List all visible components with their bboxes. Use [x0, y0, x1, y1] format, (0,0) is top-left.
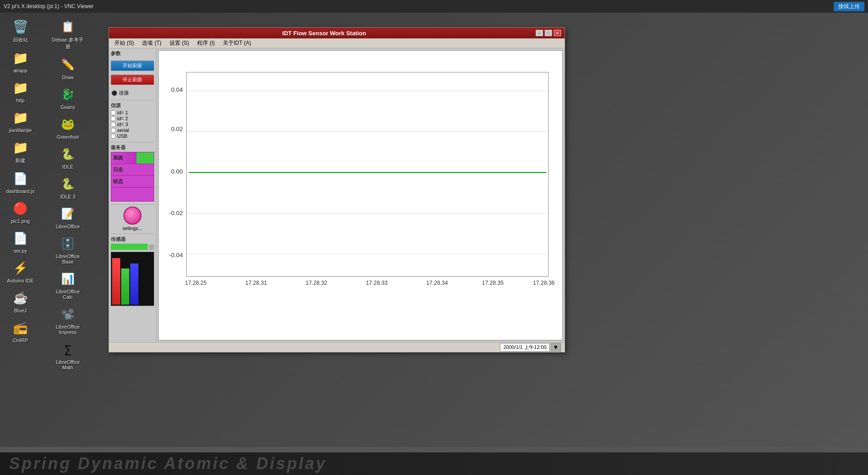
menu-start[interactable]: 开始 (S): [111, 38, 137, 48]
jianlilianjie-icon: 📁: [11, 108, 29, 127]
source-id3-checkbox[interactable]: [111, 122, 116, 127]
horizontal-scrollbar[interactable]: [0, 447, 868, 452]
desktop-icon-dashboard[interactable]: 📄 dashboard.js: [2, 168, 38, 196]
x-label-17-28-32: 17.28.32: [306, 280, 327, 286]
sensor-label: 传感器: [111, 236, 154, 243]
close-button[interactable]: ✕: [554, 30, 561, 36]
idle-icon: 🐍: [59, 145, 77, 163]
datetime-dropdown-button[interactable]: ▼: [551, 343, 561, 352]
status-datetime: 2000/1/1 上午12:00: [500, 343, 549, 352]
geany-label: Geany: [61, 104, 75, 110]
desktop-icon-libreoffice-math[interactable]: ∑ LibreOffice Math: [50, 339, 86, 372]
menu-program[interactable]: 程序 (I): [193, 38, 218, 48]
source-id2-checkbox[interactable]: [111, 116, 116, 121]
recycle-bin-icon: 🗑️: [11, 18, 29, 36]
source-id2-row: id= 2: [111, 116, 154, 121]
draw-icon: ✏️: [59, 56, 77, 74]
x-label-17-28-33: 17.28.33: [366, 280, 387, 286]
source-usb-radio[interactable]: [111, 134, 116, 139]
airapp-label: airapp: [14, 68, 28, 73]
dashboard-icon: 📄: [11, 169, 29, 188]
desktop-icon-libreoffice-calc[interactable]: 📊 LibreOffice Calc: [50, 268, 86, 301]
dashboard-label: dashboard.js: [6, 188, 35, 194]
menu-about[interactable]: 关于IDT (A): [219, 38, 255, 48]
taskbar-title: V2 pi's X desktop (pi:1) - VNC Viewer: [4, 3, 94, 9]
server-log-row[interactable]: 日志: [111, 164, 154, 176]
chart-area: 0.04 0.02 0.00 -0.02 -0.04 17.28.25 17: [158, 50, 563, 340]
debian-label: Debian 参考手册: [52, 37, 84, 50]
vnc-banner: Spring Dynamic Atomic & Display: [0, 452, 868, 475]
x-label-17-28-34: 17.28.34: [426, 280, 448, 286]
y-label-002: 0.02: [171, 126, 183, 132]
minimize-button[interactable]: ─: [536, 30, 543, 36]
pic1-label: pic1.png: [11, 218, 30, 224]
source-serial-radio[interactable]: [111, 128, 116, 133]
desktop-icon-libreoffice-impress[interactable]: 📽️ LibreOffice Impress: [50, 303, 86, 337]
source-serial-label: serial: [117, 127, 129, 133]
title-bar-controls: ─ □ ✕: [536, 30, 561, 36]
menu-bar: 开始 (S) 选项 (T) 设置 (S) 程序 (I) 关于IDT (A): [109, 38, 565, 48]
menu-options[interactable]: 选项 (T): [138, 38, 165, 48]
cursor-indicator: [306, 134, 308, 136]
taskbar-controls: 接续上传: [834, 2, 864, 11]
desktop-icons-col1: 🗑️ 回收站 📁 airapp 📁 http 📁 jianlilianjie 📁…: [2, 16, 38, 345]
source-serial-row: serial: [111, 127, 154, 133]
debian-icon: 📋: [59, 18, 77, 36]
title-bar: IDT Flow Sensor Work Station ─ □ ✕: [109, 28, 565, 38]
settings-label: setings...: [123, 226, 142, 231]
desktop-icon-greenfoot[interactable]: 🐸 Greenfoot: [50, 113, 86, 141]
source-id1-row: id= 1: [111, 110, 154, 115]
start-refresh-button[interactable]: 开始刷新: [111, 61, 154, 71]
connect-upload-button[interactable]: 接续上传: [834, 2, 864, 11]
airapp-icon: 📁: [11, 49, 29, 67]
server-status-row[interactable]: 状态: [111, 176, 154, 188]
desktop-icon-debian[interactable]: 📋 Debian 参考手册: [50, 16, 86, 52]
maximize-button[interactable]: □: [545, 30, 552, 36]
sensor-top-indicator: [149, 245, 154, 250]
app-window: IDT Flow Sensor Work Station ─ □ ✕ 开始 (S…: [108, 27, 565, 353]
new-icon: 📁: [11, 138, 29, 156]
desktop-icon-geany[interactable]: 🐉 Geany: [50, 84, 86, 112]
server-system-row[interactable]: 系统: [111, 152, 154, 164]
chart-svg: 0.04 0.02 0.00 -0.02 -0.04 17.28.25 17: [159, 51, 562, 340]
desktop-icon-libreoffice-base[interactable]: 🗄️ LibreOffice Base: [50, 233, 86, 266]
desktop-icon-draw[interactable]: ✏️ Draw: [50, 54, 86, 82]
bluej-label: BlueJ: [14, 308, 27, 313]
desktop-icon-chirp[interactable]: 📻 CHIRP: [2, 317, 38, 345]
desktop-icon-airapp[interactable]: 📁 airapp: [2, 47, 38, 75]
sensor-top-bar: [111, 244, 148, 250]
desktop-icon-ser[interactable]: 📄 ser.py: [2, 227, 38, 255]
server-label: 服务器: [111, 144, 154, 151]
libreoffice-calc-icon: 📊: [59, 270, 77, 288]
desktop-icon-idle[interactable]: 🐍 IDLE: [50, 143, 86, 171]
sensor-bar-green: [121, 268, 129, 305]
status-bar: 2000/1/1 上午12:00 ▼: [109, 342, 565, 352]
settings-section: setings...: [111, 204, 154, 231]
sensor-bars: [111, 252, 154, 306]
desktop-icon-new[interactable]: 📁 新建: [2, 136, 38, 166]
stop-refresh-button[interactable]: 停止刷新: [111, 75, 154, 85]
desktop-icon-bluej[interactable]: ☕ BlueJ: [2, 287, 38, 315]
source-id1-checkbox[interactable]: [111, 110, 116, 115]
source-section: 信源 id= 1 id= 2 id= 3 se: [111, 100, 154, 139]
source-id2-label: id= 2: [117, 116, 128, 121]
desktop-icons-col2: 📋 Debian 参考手册 ✏️ Draw 🐉 Geany 🐸 Greenfoo…: [50, 16, 86, 372]
desktop-icon-libreoffice[interactable]: 📝 LibreOffice: [50, 203, 86, 231]
http-label: http: [16, 98, 24, 103]
arduino-icon: ⚡: [11, 259, 29, 277]
desktop-icon-http[interactable]: 📁 http: [2, 77, 38, 105]
source-id1-label: id= 1: [117, 110, 128, 115]
desktop-icon-arduino[interactable]: ⚡ Arduino IDE: [2, 257, 38, 285]
desktop-icon-pic1[interactable]: 🔴 pic1.png: [2, 198, 38, 226]
y-label-004: 0.04: [171, 86, 183, 93]
desktop-icon-recycle-bin[interactable]: 🗑️ 回收站: [2, 16, 38, 45]
desktop-icon-jianlilianjie[interactable]: 📁 jianlilianjie: [2, 107, 38, 135]
settings-circle-button[interactable]: [123, 207, 142, 225]
vnc-banner-text: Spring Dynamic Atomic & Display: [9, 454, 327, 473]
desktop-icon-idle3[interactable]: 🐍 IDLE 3: [50, 173, 86, 201]
y-label-neg002: -0.02: [169, 210, 183, 216]
menu-settings[interactable]: 设置 (S): [166, 38, 193, 48]
svg-rect-5: [187, 72, 549, 277]
sensor-bar-blue: [130, 263, 138, 305]
greenfoot-icon: 🐸: [59, 115, 77, 133]
